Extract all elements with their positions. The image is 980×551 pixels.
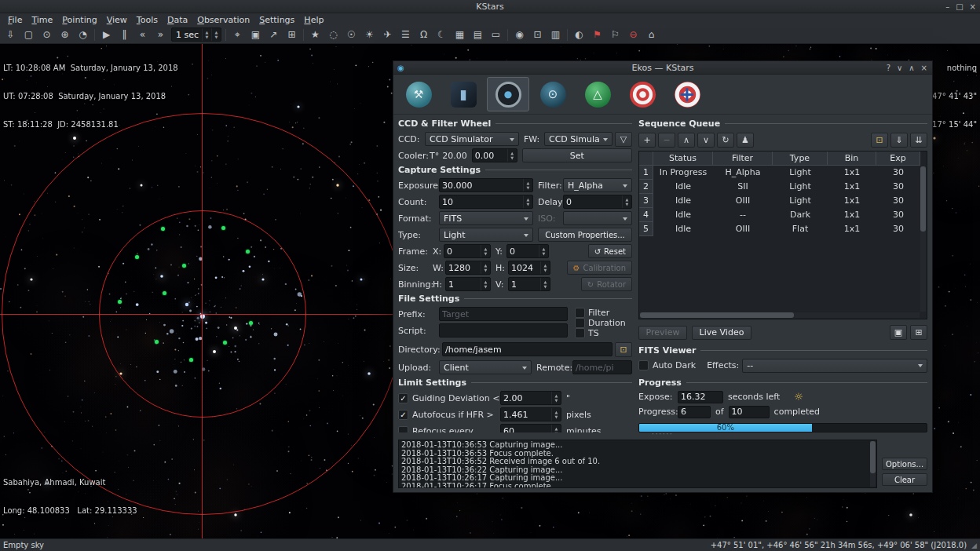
spin-arrows-icon[interactable] [540,261,550,274]
set-location-icon[interactable]: ⊕ [56,27,74,43]
cell-status-3[interactable]: Idle [653,194,713,208]
minimize-icon[interactable]: – [945,2,949,11]
show-in-fits-viewer-button[interactable]: ▣ [890,325,907,340]
tab-focus[interactable]: ⊙ [532,77,574,111]
set-temperature-button[interactable]: Set [522,148,632,162]
delay-input[interactable] [564,197,622,207]
cell-type-3[interactable]: Light [773,194,828,208]
guiding-deviation-checkbox[interactable]: ✓ [398,393,408,403]
maximize-icon[interactable]: □ [956,2,963,11]
pointing-icon[interactable]: ⌖ [229,27,247,43]
cell-exp-1[interactable]: 30 [876,166,920,180]
spin-arrows-icon[interactable] [523,195,532,208]
observer-button[interactable]: ♟ [737,133,754,148]
menu-help[interactable]: Help [299,15,328,25]
show-horizontal-grid-icon[interactable]: ▤ [469,27,487,43]
type-select[interactable]: Light [439,228,533,242]
show-overlay-button[interactable]: ⊞ [910,325,927,340]
cell-exp-2[interactable]: 30 [876,180,920,194]
directory-input[interactable] [442,342,612,356]
auto-dark-checkbox[interactable] [638,360,649,370]
log-scrollbar[interactable] [870,441,876,487]
autofocus-hfr-spinbox[interactable] [500,407,561,421]
scrollbar-thumb[interactable] [640,312,794,318]
help-icon[interactable]: ? [887,64,890,72]
spin-arrows-icon[interactable] [539,245,548,257]
play-clock-icon[interactable]: ▶ [97,27,115,43]
menu-data[interactable]: Data [163,15,192,25]
frame-x-spinbox[interactable] [444,244,491,258]
temperature-setpoint-input[interactable] [473,151,507,161]
refocus-every-spinbox[interactable] [500,424,561,432]
menu-file[interactable]: File [3,15,27,25]
timestep-spin-arrows-icon[interactable] [202,28,211,41]
spin-arrows-icon[interactable] [507,149,517,162]
scrollbar-thumb[interactable] [870,441,876,473]
save-sequence-as-button[interactable]: ⇊ [910,133,927,148]
spin-arrows-icon[interactable] [481,245,490,257]
log-output[interactable]: 2018-01-13T10:36:53 Capturing image... 2… [398,440,877,488]
height-input[interactable] [509,263,540,273]
cell-exp-3[interactable]: 30 [876,194,920,208]
autofocus-hfr-input[interactable] [501,410,551,420]
close-icon[interactable]: × [970,2,976,11]
show-satellites-icon[interactable]: ✈ [378,27,397,43]
prefix-input[interactable] [439,307,568,321]
capture-image-icon[interactable]: ▣ [247,27,265,43]
move-job-up-button[interactable]: ∧ [678,133,695,148]
timestamp-checkbox[interactable] [575,328,585,338]
show-constellation-lines-icon[interactable]: ☰ [397,27,415,43]
show-horizon-icon[interactable]: ▭ [487,27,505,43]
window-titlebar[interactable]: KStars – □ × [0,0,980,13]
tab-guide[interactable] [621,77,664,111]
browse-directory-button[interactable]: ⊡ [615,342,632,357]
shade-up-icon[interactable]: ∧ [909,64,914,72]
time-step-forward-icon[interactable]: » [152,27,170,43]
format-select[interactable]: FITS [439,211,533,225]
cell-type-1[interactable]: Light [773,166,828,180]
reset-queue-button[interactable]: ↻ [717,133,734,148]
log-splitter-handle[interactable] [393,432,932,437]
cell-filter-4[interactable]: -- [713,208,773,222]
tab-capture[interactable]: ● [487,77,529,111]
spin-arrows-icon[interactable] [523,179,532,192]
menu-settings[interactable]: Settings [254,15,299,25]
menu-pointing[interactable]: Pointing [57,15,101,25]
cell-filter-3[interactable]: OIII [713,194,773,208]
list-flags-icon[interactable]: ⚐ [606,27,624,43]
frame-x-input[interactable] [444,246,481,257]
coordinates-grid-icon[interactable]: ⊞ [283,27,301,43]
ccd-select[interactable]: CCD Simulator [425,132,519,146]
clear-log-button[interactable]: Clear [882,473,927,486]
tab-mount[interactable]: △ [576,77,619,111]
filter-manager-button[interactable]: ▽ [615,132,632,147]
open-sequence-button[interactable]: ⊡ [871,133,888,148]
resize-grip-icon[interactable]: ◢ [971,542,977,549]
frame-y-input[interactable] [507,246,539,257]
show-deepsky-icon[interactable]: ◌ [324,27,342,43]
cell-type-4[interactable]: Dark [773,208,828,222]
guiding-deviation-input[interactable] [501,393,551,403]
bin-h-input[interactable] [446,279,481,290]
cell-bin-4[interactable]: 1x1 [828,208,876,222]
spin-arrows-icon[interactable] [551,392,561,404]
shade-down-icon[interactable]: ∨ [897,64,902,72]
cell-filter-2[interactable]: SII [713,180,773,194]
scrollbar-thumb[interactable] [920,166,926,232]
night-vision-icon[interactable]: ◐ [570,27,588,43]
filter-select[interactable]: H_Alpha [563,178,632,192]
tab-align[interactable] [666,77,708,111]
slew-icon[interactable]: ↗ [265,27,283,43]
show-constellation-names-icon[interactable]: Ω [415,27,433,43]
indi-panel-icon[interactable]: ⊡ [528,27,547,43]
tab-scheduler[interactable]: ▮ [442,77,485,111]
table-vertical-scrollbar[interactable] [920,166,926,312]
fits-viewer-icon[interactable]: ▥ [547,27,565,43]
timestep-spinbox[interactable]: 1 sec [171,27,221,42]
menu-time[interactable]: Time [27,15,57,25]
pause-clock-icon[interactable]: ‖ [115,27,133,43]
options-button[interactable]: Options... [882,458,927,470]
filter-checkbox[interactable] [575,308,585,318]
cell-status-2[interactable]: Idle [653,180,713,194]
cell-exp-5[interactable]: 30 [876,222,920,236]
